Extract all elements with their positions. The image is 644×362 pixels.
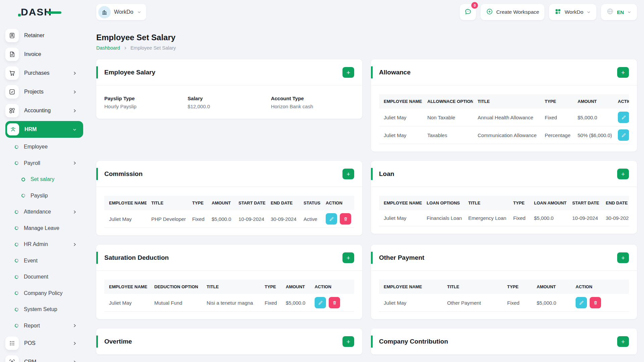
crm-icon [5, 355, 19, 362]
card-header: Employee Salary+ [96, 59, 362, 85]
add-other-payment-button[interactable]: + [617, 252, 629, 263]
field-value: Hourly Payslip [104, 104, 187, 109]
language-button[interactable]: EN [601, 4, 637, 20]
main-content: Employee Set Salary Dashboard Employee S… [96, 24, 637, 355]
breadcrumb-dashboard-link[interactable]: Dashboard [96, 45, 120, 51]
sidebar: DASH RetainerInvoicePurchasesProjectsAcc… [0, 0, 87, 362]
column-header: ACTION [310, 280, 354, 294]
edit-button[interactable] [618, 129, 629, 141]
chat-button[interactable]: 0 [460, 4, 476, 20]
chevron-right-icon [72, 209, 77, 215]
sidebar-item-hrm[interactable]: HRM [5, 121, 83, 138]
sidebar-item-payslip[interactable]: Payslip [5, 188, 83, 204]
add-allowance-button[interactable]: + [617, 67, 629, 78]
table-cell: Fixed [540, 109, 573, 126]
add-loan-button[interactable]: + [617, 169, 629, 179]
table-row: Juliet MayFinancials LoanEmergency LoanF… [379, 210, 629, 226]
sidebar-item-label: Retainer [24, 33, 44, 39]
field-value: $12,000.0 [187, 104, 271, 109]
add-saturation-deduction-button[interactable]: + [342, 252, 354, 263]
table-cell: Mutual Fund [150, 294, 202, 312]
sidebar-item-report[interactable]: Report [5, 318, 83, 334]
sidebar-item-projects[interactable]: Projects [5, 82, 83, 101]
breadcrumb-current: Employee Set Salary [130, 45, 176, 51]
fields-row: Payslip TypeHourly PayslipSalary$12,000.… [96, 85, 362, 119]
sidebar-item-payroll[interactable]: Payroll [5, 155, 83, 172]
field-label: Salary [187, 96, 271, 101]
add-overtime-button[interactable]: + [342, 336, 354, 347]
table-cell: Emergency Loan [464, 210, 508, 226]
add-employee-salary-button[interactable]: + [342, 67, 354, 78]
sidebar-item-document[interactable]: Document [5, 269, 83, 285]
table-container: EMPLOYEE NAMETITLETYPEAMOUNTSTART DATEEN… [104, 196, 354, 228]
sidebar-item-purchases[interactable]: Purchases [5, 64, 83, 82]
column-header: STATUS [299, 196, 321, 210]
chevron-right-icon [72, 71, 77, 76]
sidebar-item-label: Manage Leave [24, 225, 59, 231]
table-container: EMPLOYEE NAMELOAN OPTIONSTITLETYPELOAN A… [379, 196, 629, 226]
edit-button[interactable] [326, 213, 337, 225]
chevron-right-icon [72, 161, 77, 166]
delete-button[interactable] [590, 297, 601, 308]
card-title: Saturation Deduction [104, 254, 169, 261]
edit-button[interactable] [618, 112, 629, 123]
add-commission-button[interactable]: + [342, 169, 354, 179]
sidebar-item-hr-admin[interactable]: HR Admin [5, 236, 83, 253]
table-row: Juliet MayMutual FundNisi a tenetur magn… [104, 294, 354, 312]
table-row: Juliet MayNon TaxableAnnual Health Allow… [379, 109, 629, 126]
sidebar-item-crm[interactable]: CRM [5, 353, 83, 362]
sidebar-item-accounting[interactable]: Accounting [5, 101, 83, 120]
account-menu-button[interactable]: WorkDo [549, 4, 596, 20]
create-workspace-label: Create Workspace [496, 9, 539, 15]
submenu-bullet-icon [14, 144, 19, 149]
sidebar-item-label: Payslip [31, 193, 48, 199]
table-cell: 30-09-2024 [601, 210, 629, 226]
card-allowance: Allowance+EMPLOYEE NAMEALLOWNACE OPTIONT… [371, 59, 637, 152]
sidebar-item-pos[interactable]: POS [5, 334, 83, 353]
workspace-selector[interactable]: WorkDo [96, 4, 146, 20]
sidebar-item-invoice[interactable]: Invoice [5, 45, 83, 64]
table-cell: Percentage [540, 126, 573, 144]
delete-button[interactable] [329, 297, 340, 308]
card-title: Commission [104, 170, 143, 178]
table-cell: $5,000.0 [573, 109, 613, 126]
projects-icon [5, 85, 19, 99]
sidebar-item-set-salary[interactable]: Set salary [5, 171, 83, 188]
sidebar-item-attendance[interactable]: Attendance [5, 204, 83, 220]
retainer-icon [5, 29, 19, 42]
edit-button[interactable] [315, 297, 326, 308]
sidebar-item-system-setup[interactable]: System Setup [5, 301, 83, 318]
topbar-actions: 0 Create Workspace WorkDo EN [460, 4, 637, 20]
create-workspace-button[interactable]: Create Workspace [481, 4, 544, 20]
card-header: Other Payment+ [371, 245, 637, 271]
column-header: DEDUCTION OPTION [150, 280, 202, 294]
edit-button[interactable] [576, 297, 587, 308]
sidebar-item-company-policy[interactable]: Company Policy [5, 285, 83, 302]
sidebar-item-employee[interactable]: Employee [5, 139, 83, 155]
column-header: LOAN AMOUNT [529, 196, 568, 210]
add-company-contribution-button[interactable]: + [617, 336, 629, 347]
field-account-type: Account TypeHorizon Bank cash [271, 96, 354, 109]
submenu-bullet-icon [14, 307, 19, 312]
sidebar-item-manage-leave[interactable]: Manage Leave [5, 220, 83, 237]
field-salary: Salary$12,000.0 [187, 96, 271, 109]
table-row: Juliet MayTaxablesCommunication Allowanc… [379, 126, 629, 144]
workspace-avatar [98, 6, 111, 18]
column-header: EMPLOYEE NAME [104, 196, 147, 210]
column-header: TYPE [502, 280, 532, 294]
sidebar-item-label: POS [24, 340, 36, 346]
saturation-deduction-table: EMPLOYEE NAMEDEDUCTION OPTIONTITLETYPEAM… [104, 280, 354, 312]
column-header: TYPE [187, 196, 207, 210]
sidebar-item-retainer[interactable]: Retainer [5, 26, 83, 45]
table-cell: 10-09-2024 [234, 210, 266, 228]
table-actions-cell [571, 294, 629, 312]
table-cell: Juliet May [379, 294, 442, 312]
field-label: Payslip Type [104, 96, 187, 101]
sidebar-item-event[interactable]: Event [5, 253, 83, 269]
sidebar-item-label: Set salary [31, 176, 54, 182]
table-actions-cell [613, 126, 629, 144]
card-employee-salary: Employee Salary+Payslip TypeHourly Paysl… [96, 59, 362, 119]
delete-button[interactable] [340, 213, 351, 225]
brand-logo[interactable]: DASH [5, 0, 83, 24]
table-cell: Taxables [423, 126, 473, 144]
